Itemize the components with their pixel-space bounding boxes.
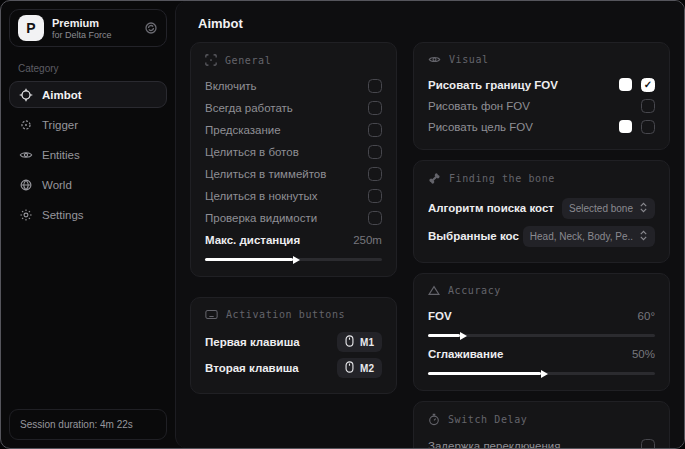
activation-card: Activation buttons Первая клавиша M1 [190, 297, 397, 394]
section-title: Accuracy [448, 285, 501, 296]
crosshair-icon [19, 88, 33, 102]
setting-label: Целиться в ботов [205, 146, 299, 158]
keybind-key: M2 [360, 363, 374, 374]
checkbox[interactable] [368, 167, 382, 181]
keybind-button-m1[interactable]: M1 [337, 332, 382, 352]
sync-icon[interactable] [144, 21, 158, 35]
keybind-button-m2[interactable]: M2 [337, 358, 382, 378]
setting-label: Предсказание [205, 124, 281, 136]
slider-label: Сглаживание [428, 348, 503, 360]
setting-label: Всегда работать [205, 102, 293, 114]
setting-row: Задержка переключения [428, 435, 655, 448]
setting-row: Целиться в нокнутых [205, 185, 382, 207]
slider-value: 250m [353, 234, 382, 246]
app-window: P Premium for Delta Force Category Aimbo… [0, 0, 685, 449]
setting-row: Всегда работать [205, 97, 382, 119]
sidebar-item-entities[interactable]: Entities [9, 141, 167, 168]
checkbox[interactable] [368, 79, 382, 93]
setting-label: Рисовать цель FOV [428, 121, 533, 133]
setting-row: Включить [205, 75, 382, 97]
sidebar-item-aimbot[interactable]: Aimbot [9, 81, 167, 108]
checkbox-checked[interactable]: ✓ [641, 78, 655, 92]
slider-row: Сглаживание 50% [428, 343, 655, 365]
section-title: Finding the bone [449, 173, 555, 184]
setting-label: Включить [205, 80, 257, 92]
trigger-icon [19, 118, 33, 132]
stopwatch-icon [428, 413, 440, 426]
accuracy-header: Accuracy [428, 285, 655, 296]
section-title: Switch Delay [448, 414, 527, 425]
sidebar-item-label: Aimbot [42, 89, 82, 101]
unfold-icon [639, 202, 648, 215]
max-distance-slider[interactable] [205, 258, 382, 261]
selected-bones-dropdown[interactable]: Head, Neck, Body, Pe.. [523, 226, 655, 247]
setting-row: Целиться в ботов [205, 141, 382, 163]
app-title: Premium [52, 17, 112, 29]
eye-icon [428, 54, 441, 65]
triangle-icon [428, 285, 440, 296]
dropdown-value: Head, Neck, Body, Pe.. [530, 231, 633, 242]
checkbox[interactable] [368, 101, 382, 115]
activation-header: Activation buttons [205, 309, 382, 320]
sidebar-item-settings[interactable]: Settings [9, 201, 167, 228]
section-title: General [225, 55, 271, 66]
checkbox[interactable] [368, 123, 382, 137]
checkbox[interactable] [641, 99, 655, 113]
sidebar-item-trigger[interactable]: Trigger [9, 111, 167, 138]
switch-delay-card: Switch Delay Задержка переключения Задер… [413, 401, 670, 448]
slider-value: 50% [632, 348, 655, 360]
page-title: Aimbot [176, 1, 684, 42]
sidebar-item-label: Entities [42, 149, 80, 161]
slider-thumb[interactable] [541, 370, 548, 378]
sidebar-nav: Aimbot Trigger Entities [9, 81, 167, 228]
app-subtitle: for Delta Force [52, 30, 112, 40]
slider-row: FOV 60° [428, 305, 655, 327]
setting-label: Проверка видимости [205, 212, 317, 224]
sidebar-item-label: Settings [42, 209, 84, 221]
setting-label: Рисовать границу FOV [428, 79, 558, 91]
smoothing-slider[interactable] [428, 372, 655, 375]
setting-label: Задержка переключения [428, 440, 560, 448]
keybind-key: M1 [360, 337, 374, 348]
checkbox[interactable] [368, 211, 382, 225]
checkbox[interactable] [641, 120, 655, 134]
bones-header: Finding the bone [428, 172, 655, 185]
setting-row: Проверка видимости [205, 207, 382, 229]
general-card: General Включить Всегда работать Предска… [190, 42, 397, 277]
unfold-icon [639, 230, 648, 243]
right-column: Visual Рисовать границу FOV ✓ Рисовать ф… [413, 42, 670, 448]
keybind-row: Вторая клавиша M2 [205, 355, 382, 381]
setting-label: Целиться в тиммейтов [205, 168, 326, 180]
setting-row: Рисовать фон FOV [428, 95, 655, 116]
slider-label: Макс. дистанция [205, 234, 300, 246]
mouse-icon [345, 361, 354, 375]
bone-algorithm-dropdown[interactable]: Selected bone [562, 198, 655, 219]
header-text: Premium for Delta Force [52, 17, 112, 40]
setting-label: Целиться в нокнутых [205, 190, 318, 202]
slider-thumb[interactable] [460, 332, 467, 340]
color-swatch[interactable] [619, 120, 632, 133]
checkbox[interactable] [641, 439, 655, 448]
general-header: General [205, 54, 382, 66]
checkbox[interactable] [368, 189, 382, 203]
dropdown-label: Выбранные кос [428, 230, 519, 242]
keybind-label: Первая клавиша [205, 336, 300, 348]
setting-row: Рисовать цель FOV [428, 116, 655, 137]
checkbox[interactable] [368, 145, 382, 159]
gear-icon [19, 208, 33, 222]
visual-header: Visual [428, 54, 655, 65]
fov-slider[interactable] [428, 334, 655, 337]
bones-card: Finding the bone Алгоритм поиска кост Se… [413, 160, 670, 263]
accuracy-card: Accuracy FOV 60° Сглаживание 50% [413, 273, 670, 391]
sidebar-item-label: Trigger [42, 119, 78, 131]
dropdown-value: Selected bone [569, 203, 633, 214]
section-title: Visual [449, 54, 489, 65]
setting-row: Предсказание [205, 119, 382, 141]
switch-delay-header: Switch Delay [428, 413, 655, 426]
slider-thumb[interactable] [293, 256, 300, 264]
sidebar-item-world[interactable]: World [9, 171, 167, 198]
dropdown-row: Выбранные кос Head, Neck, Body, Pe.. [428, 222, 655, 250]
color-swatch[interactable] [619, 78, 632, 91]
section-title: Activation buttons [226, 309, 345, 320]
bone-icon [428, 172, 441, 185]
